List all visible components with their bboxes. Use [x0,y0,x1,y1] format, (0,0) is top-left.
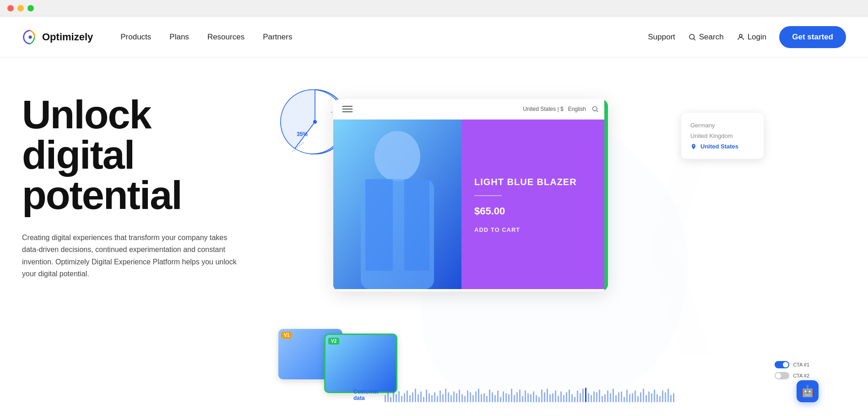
svg-point-2 [739,34,742,37]
location-us[interactable]: United States [690,141,754,152]
cta-2-label: CTA #2 [793,373,809,378]
location-dropdown: Germany United Kingdom United States [681,113,764,159]
location-germany[interactable]: Germany [690,120,754,131]
data-bar-label: Customer data [353,389,379,401]
product-price: $65.00 [474,205,595,217]
green-accent [604,99,608,291]
search-icon [688,33,696,41]
nav-links: Products Plans Resources Partners [120,33,648,42]
product-mockup: United States | $ English [333,99,608,291]
person-silhouette [333,120,461,289]
nav-resources[interactable]: Resources [207,33,244,42]
hero-section: Unlock digital potential Creating digita… [0,58,868,416]
svg-point-9 [374,131,420,181]
cta-2-row: CTA #2 [775,372,809,379]
nav-products[interactable]: Products [120,33,151,42]
support-link[interactable]: Support [648,33,675,42]
navbar: Optimizely Products Plans Resources Part… [0,16,868,58]
svg-point-1 [689,34,694,39]
variant-v1-badge: V1 [281,332,292,339]
product-image [333,120,461,289]
hero-subtitle: Creating digital experiences that transf… [22,232,242,280]
hamburger-icon[interactable] [342,106,353,112]
close-button[interactable] [7,5,14,11]
variant-v2-card: V2 [324,334,397,393]
mockup-locale: United States | $ English [523,106,586,112]
cta-1-label: CTA #1 [793,362,809,367]
window-chrome [0,0,868,16]
mockup-body: LIGHT BLUE BLAZER $65.00 ADD TO CART [333,120,608,289]
product-divider [474,195,502,196]
nav-partners[interactable]: Partners [263,33,292,42]
svg-point-0 [28,35,32,38]
hero-title: Unlock digital potential [22,94,288,215]
get-started-button[interactable]: Get started [779,26,846,48]
cta-1-row: CTA #1 [775,361,809,368]
chatbot-button[interactable]: 🤖 [797,380,819,402]
svg-point-4 [313,120,317,124]
mockup-header: United States | $ English [333,99,608,120]
stat-35-label: 35% [297,131,308,137]
logo[interactable]: Optimizely [22,29,93,45]
hero-left: Unlock digital potential Creating digita… [22,85,288,280]
cta-1-toggle[interactable] [775,361,789,368]
svg-rect-12 [404,179,429,271]
search-label: Search [699,33,724,42]
svg-point-7 [593,107,597,111]
chatbot-icon: 🤖 [801,385,814,398]
pin-icon [690,143,697,150]
login-label: Login [748,33,767,42]
login-button[interactable]: Login [737,33,767,42]
logo-icon [22,29,38,45]
data-visualization-bars [385,388,674,402]
mockup-header-right: United States | $ English [523,105,599,113]
hero-right: ⟨ Germany United Kingdom United States [288,85,846,416]
user-icon [737,33,745,41]
product-title: LIGHT BLUE BLAZER [474,176,595,188]
mockup-search-icon[interactable] [591,105,599,113]
search-button[interactable]: Search [688,33,724,42]
location-uk[interactable]: United Kingdom [690,131,754,141]
variant-v2-badge: V2 [328,338,339,345]
svg-rect-11 [365,179,393,271]
add-to-cart-button[interactable]: ADD TO CART [474,226,595,233]
cta-panel: CTA #1 CTA #2 [775,361,809,379]
data-bar: Customer data [333,388,654,402]
cta-2-toggle[interactable] [775,372,789,379]
product-info: LIGHT BLUE BLAZER $65.00 ADD TO CART [461,120,608,289]
nav-plans[interactable]: Plans [169,33,189,42]
maximize-button[interactable] [27,5,34,11]
logo-text: Optimizely [42,31,93,43]
location-us-label: United States [700,143,738,150]
minimize-button[interactable] [17,5,24,11]
nav-right: Support Search Login Get started [648,26,846,48]
